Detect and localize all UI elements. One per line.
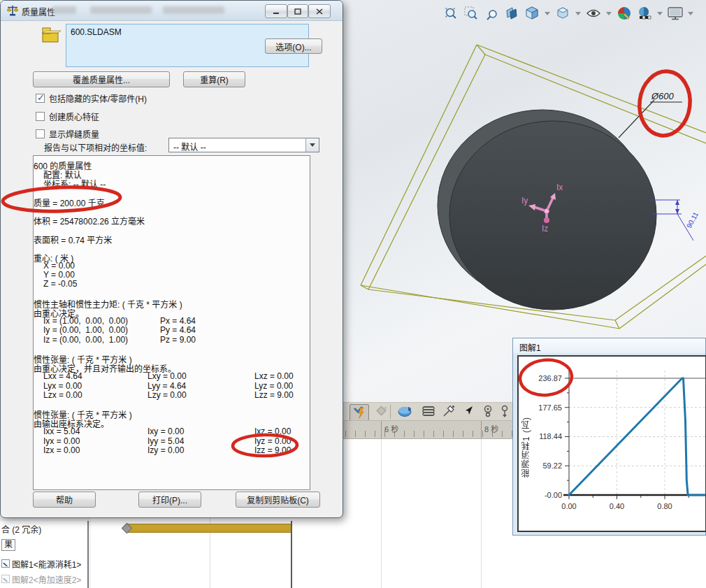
view-orientation-dropdown[interactable]	[545, 12, 550, 15]
svg-text:0.40: 0.40	[610, 502, 624, 510]
coordinate-system-dropdown[interactable]: -- 默认 --	[168, 138, 319, 152]
zoom-to-area-icon[interactable]	[463, 5, 480, 22]
plot-window-title[interactable]: 图解1	[513, 338, 705, 353]
ruler-label-6s: 6 秒	[384, 423, 398, 434]
dropdown-value: -- 默认 --	[173, 141, 206, 152]
spring-icon[interactable]	[421, 404, 436, 421]
checkbox-include-hidden[interactable]: ✓ 包括隐藏的实体/零部件(H)	[36, 92, 147, 104]
blue-dimension: 90.11	[650, 200, 700, 241]
dropdown-arrow-button[interactable]	[305, 138, 319, 152]
plot-window[interactable]: 图解1 能源消耗1 (瓦) -0.0059.22118.44177.65236.…	[512, 338, 706, 536]
triad-iy-label: Iy	[521, 196, 528, 206]
tree-item-results[interactable]: 果	[1, 539, 15, 551]
heads-up-toolbar	[442, 3, 694, 24]
checkbox-label: 显示焊缝质量	[49, 128, 99, 140]
maximize-button[interactable]	[287, 4, 308, 18]
ruler-major-tick-6s	[381, 421, 382, 438]
energy-chart: -0.0059.22118.44177.65236.870.000.400.80	[519, 357, 705, 531]
screen: Ø600 90.11 Ix Iy Iz	[0, 0, 706, 588]
checkbox-box[interactable]: ✓	[36, 94, 45, 103]
coordinate-system-label: 报告与以下项相对的坐标值:	[44, 141, 147, 153]
ruler-label-8s: 8 秒	[484, 423, 498, 434]
triad-iz-label: Iz	[542, 224, 548, 234]
plot-icon	[1, 559, 10, 568]
apply-scene-icon[interactable]	[636, 5, 653, 22]
recalculate-button[interactable]: 重算(R)	[183, 71, 245, 87]
minimize-button[interactable]	[265, 4, 287, 18]
svg-text:177.65: 177.65	[538, 403, 562, 412]
add-key-icon[interactable]: +	[375, 404, 389, 421]
view-settings-icon[interactable]	[667, 5, 684, 22]
timeline-duration-bar[interactable]	[127, 524, 291, 533]
checkbox-box[interactable]: ✓	[36, 129, 45, 138]
chart-y-axis-label: 能源消耗1 (瓦)	[520, 395, 531, 500]
tree-item-plot1[interactable]: 图解1<能源消耗1>	[12, 558, 81, 570]
dimension-label: 90.11	[685, 210, 700, 229]
svg-text:59.22: 59.22	[542, 461, 562, 470]
mass-properties-dialog: 质量属性 600.SLDASM 选项(O)... 覆盖质量属性... 重算(R)…	[0, 0, 343, 518]
assembly-icon	[40, 26, 62, 47]
help-button[interactable]: 帮助	[33, 492, 96, 508]
plot-area: 能源消耗1 (瓦) -0.0059.22118.44177.65236.870.…	[517, 355, 706, 532]
report-text[interactable]: 600 的质量属性配置: 默认坐标系: -- 默认 -- 质量 = 200.00…	[33, 155, 310, 490]
redacted-text	[90, 6, 152, 14]
force-icon[interactable]	[461, 404, 475, 421]
dialog-titlebar[interactable]: 质量属性	[1, 1, 343, 21]
redacted-text	[163, 6, 224, 14]
svg-text:118.44: 118.44	[539, 432, 562, 440]
hide-show-items-icon[interactable]	[585, 5, 602, 22]
dialog-title: 质量属性	[22, 6, 55, 17]
timeline-playhead[interactable]	[291, 521, 292, 588]
motion-tree: 合 (2 冗余) 果 图解1<能源消耗1> 图解2<角加速度2>	[0, 521, 89, 588]
view-settings-dropdown[interactable]	[688, 12, 693, 15]
close-button[interactable]	[308, 4, 331, 18]
triad-ix-label: Ix	[556, 182, 563, 192]
checkbox-label: 创建质心特征	[49, 110, 99, 122]
gravity-icon[interactable]	[499, 404, 512, 421]
checkbox-show-weld[interactable]: ✓ 显示焊缝质量	[36, 128, 99, 140]
plot-icon	[1, 575, 10, 583]
view-orientation-icon[interactable]	[524, 5, 540, 22]
svg-text:236.87: 236.87	[538, 374, 562, 382]
section-view-icon[interactable]	[503, 5, 520, 22]
svg-text:0.80: 0.80	[657, 502, 672, 510]
options-button[interactable]: 选项(O)...	[265, 38, 322, 54]
diameter-label: Ø600	[651, 91, 675, 101]
checkbox-create-com[interactable]: ✓ 创建质心特征	[36, 110, 99, 122]
hide-show-dropdown[interactable]	[606, 12, 612, 15]
scale-icon	[6, 4, 19, 17]
print-button[interactable]: 打印(P)...	[138, 492, 201, 508]
calculate-icon[interactable]	[350, 404, 369, 421]
previous-view-icon[interactable]	[483, 5, 500, 22]
checkbox-label: 包括隐藏的实体/零部件(H)	[49, 92, 147, 104]
diameter-annotation: Ø600	[619, 91, 682, 138]
tree-item-mates[interactable]: 合 (2 冗余)	[1, 523, 41, 535]
svg-text:-0.00: -0.00	[545, 491, 562, 499]
redacted-text	[52, 6, 76, 14]
svg-text:0.00: 0.00	[561, 502, 576, 510]
svg-text:+: +	[384, 405, 387, 412]
ruler-major-tick-8s	[481, 421, 482, 438]
checkbox-box[interactable]: ✓	[36, 112, 45, 121]
tree-item-plot2[interactable]: 图解2<角加速度2>	[12, 573, 81, 585]
contact-icon[interactable]	[481, 404, 495, 421]
apply-scene-dropdown[interactable]	[657, 12, 663, 15]
timeline-gridline	[381, 439, 382, 588]
zoom-to-fit-icon[interactable]	[442, 5, 459, 22]
override-mass-button[interactable]: 覆盖质量属性...	[33, 71, 170, 87]
display-style-dropdown[interactable]	[575, 12, 581, 15]
display-style-icon[interactable]	[554, 5, 571, 22]
toolbar-separator	[390, 405, 391, 419]
damper-icon[interactable]	[442, 404, 456, 421]
motor-icon[interactable]	[397, 404, 414, 421]
timeline-gridline	[481, 439, 482, 588]
copy-to-clipboard-button[interactable]: 复制到剪贴板(C)	[236, 492, 320, 508]
edit-appearance-icon[interactable]	[616, 5, 633, 22]
